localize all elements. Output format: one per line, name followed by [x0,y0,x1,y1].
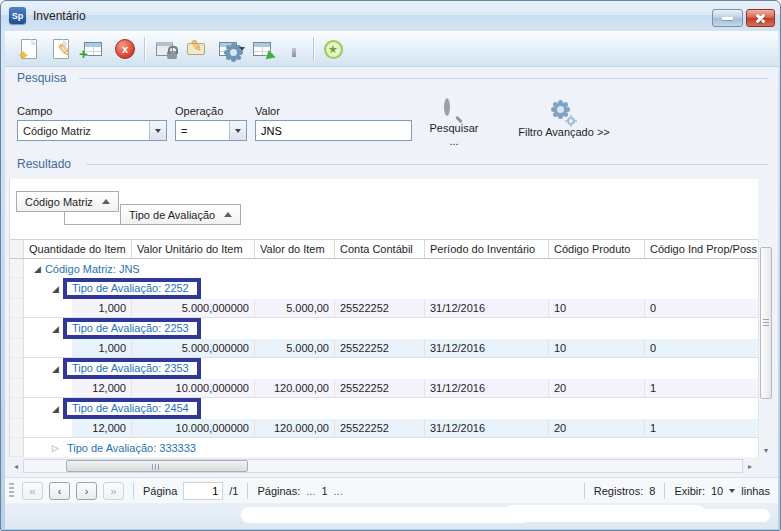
row-indicator[interactable] [10,278,24,299]
drag-grip-icon[interactable] [9,483,14,499]
cell-codigo-ind[interactable]: 0 [645,299,759,318]
cell-codigo-produto[interactable]: 20 [549,419,645,438]
row-indicator[interactable] [10,318,24,339]
collapse-icon[interactable]: ▷ [52,443,59,453]
cell-valor-unitario[interactable]: 10.000,000000 [132,419,255,438]
delete-record-button[interactable]: x [111,35,139,63]
expand-icon[interactable]: ◢ [52,324,59,334]
new-record-button[interactable]: ✦ [15,35,43,63]
cell-valor-item[interactable]: 120.000,00 [255,419,335,438]
column-header[interactable]: Conta Contábil [335,240,425,258]
first-page-button[interactable]: « [22,482,43,500]
prev-pages-ellipsis[interactable]: ... [306,485,315,497]
column-header[interactable]: Período do Inventário [425,240,549,258]
hscroll-left-icon[interactable]: ◂ [9,459,23,473]
cell-quantidade[interactable]: 1,000 [72,299,132,318]
cell-codigo-produto[interactable]: 20 [549,379,645,398]
column-header[interactable]: Quantidade do Item [24,240,132,258]
hscroll-right-icon[interactable]: ▸ [743,459,757,473]
operacao-dropdown[interactable]: = [175,120,247,141]
page-number-input[interactable] [183,482,223,500]
cell-valor-unitario[interactable]: 10.000,000000 [132,379,255,398]
grid-settings-button[interactable] [214,35,242,63]
exibir-dropdown-icon[interactable] [729,489,735,493]
cell-codigo-produto[interactable]: 10 [549,339,645,358]
favorites-button[interactable]: ★ [319,35,347,63]
column-header[interactable]: Código Produto [549,240,645,258]
operacao-dropdown-icon[interactable] [229,121,246,140]
close-button[interactable] [746,9,775,27]
vscroll-thumb[interactable] [760,247,772,399]
cell-valor-unitario[interactable]: 5.000,000000 [132,299,255,318]
subgroup-row[interactable]: ◢ Tipo de Avaliação: 2454 [10,398,758,419]
exibir-value[interactable]: 10 [711,485,723,497]
filtro-avancado-button[interactable]: Filtro Avançado >> [499,101,629,138]
row-indicator[interactable] [10,419,24,438]
subgroup-row[interactable]: ◢ Tipo de Avaliação: 2253 [10,318,758,339]
cell-codigo-produto[interactable]: 10 [549,299,645,318]
hscroll-track[interactable] [23,459,743,473]
row-indicator[interactable] [10,358,24,379]
table-row[interactable]: 1,000 5.000,000000 5.000,00 25522252 31/… [10,339,758,358]
cell-conta-contabil[interactable]: 25522252 [335,379,425,398]
grid-settings-dropdown-icon[interactable] [239,47,245,51]
row-indicator[interactable] [10,339,24,358]
column-header[interactable]: Valor do Item [255,240,335,258]
cell-periodo[interactable]: 31/12/2016 [425,419,549,438]
cell-codigo-ind[interactable]: 1 [645,419,759,438]
row-indicator[interactable] [10,379,24,398]
pesquisar-button[interactable]: Pesquisar ... [425,101,483,147]
filter-button[interactable] [280,35,308,63]
add-record-button[interactable]: + [79,35,107,63]
horizontal-scrollbar[interactable]: ◂ ▸ [9,459,757,473]
vscroll-down-icon[interactable]: ▾ [759,443,773,457]
row-indicator[interactable] [10,398,24,419]
current-page-link[interactable]: 1 [321,485,327,497]
row-indicator[interactable] [10,299,24,318]
campo-dropdown[interactable]: Código Matriz [17,120,167,141]
cell-valor-item[interactable]: 5.000,00 [255,299,335,318]
subgroup-row[interactable]: ◢ Tipo de Avaliação: 2252 [10,278,758,299]
group-by-panel[interactable]: Código Matriz Tipo de Avaliação [10,179,758,239]
export-grid-button[interactable] [248,35,276,63]
cell-valor-item[interactable]: 5.000,00 [255,339,335,358]
valor-input[interactable] [255,120,412,141]
subgroup-row[interactable]: ◢ Tipo de Avaliação: 2353 [10,358,758,379]
cell-conta-contabil[interactable]: 25522252 [335,299,425,318]
column-header[interactable]: Código Ind Prop/Poss [645,240,759,258]
table-row[interactable]: 12,000 10.000,000000 120.000,00 25522252… [10,419,758,438]
cell-codigo-ind[interactable]: 0 [645,339,759,358]
hscroll-thumb[interactable] [66,460,248,472]
vertical-scrollbar[interactable]: ▾ [758,239,772,457]
audit-log-button[interactable]: ✎ [182,35,210,63]
expand-icon[interactable]: ◢ [34,264,41,274]
cell-conta-contabil[interactable]: 25522252 [335,339,425,358]
expand-icon[interactable]: ◢ [52,404,59,414]
column-header[interactable]: Valor Unitário do Item [132,240,255,258]
groupby-codigo-matriz[interactable]: Código Matriz [16,191,119,212]
cell-conta-contabil[interactable]: 25522252 [335,419,425,438]
cell-codigo-ind[interactable]: 1 [645,379,759,398]
cell-quantidade[interactable]: 12,000 [72,379,132,398]
lock-button[interactable] [150,35,178,63]
subgroup-row-collapsed[interactable]: ▷ Tipo de Avaliação: 333333 [10,438,758,457]
next-page-button[interactable]: › [76,482,97,500]
cell-valor-item[interactable]: 120.000,00 [255,379,335,398]
expand-icon[interactable]: ◢ [52,364,59,374]
cell-periodo[interactable]: 31/12/2016 [425,339,549,358]
groupby-tipo-avaliacao[interactable]: Tipo de Avaliação [120,204,241,225]
cell-quantidade[interactable]: 12,000 [72,419,132,438]
edit-record-button[interactable]: ✎ [47,35,75,63]
table-row[interactable]: 12,000 10.000,000000 120.000,00 25522252… [10,379,758,398]
cell-valor-unitario[interactable]: 5.000,000000 [132,339,255,358]
cell-periodo[interactable]: 31/12/2016 [425,299,549,318]
row-indicator[interactable] [10,438,24,457]
last-page-button[interactable]: » [103,482,124,500]
cell-periodo[interactable]: 31/12/2016 [425,379,549,398]
table-row[interactable]: 1,000 5.000,000000 5.000,00 25522252 31/… [10,299,758,318]
prev-page-button[interactable]: ‹ [49,482,70,500]
minimize-button[interactable] [712,9,743,27]
next-pages-ellipsis[interactable]: ... [334,485,343,497]
campo-dropdown-icon[interactable] [149,121,166,140]
title-bar[interactable]: Sp Inventário [1,1,780,31]
